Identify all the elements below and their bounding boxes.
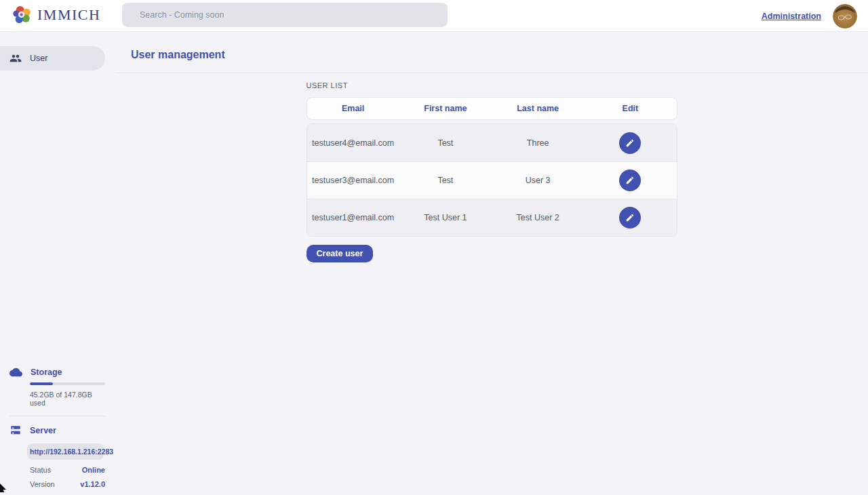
administration-link[interactable]: Administration (762, 12, 821, 21)
brand-wordmark: IMMICH (37, 6, 100, 24)
search-input[interactable] (122, 3, 448, 27)
server-icon (9, 424, 22, 437)
server-url-chip: http://192.168.1.216:2283 (27, 443, 104, 460)
server-version-row: Version v1.12.0 (30, 480, 105, 488)
column-header-first-name: First name (399, 104, 492, 113)
user-avatar-photo[interactable] (833, 4, 857, 28)
server-title: Server (30, 426, 56, 435)
user-table-header: Email First name Last name Edit (307, 97, 677, 120)
cloud-icon (9, 367, 22, 378)
server-status-row: Status Online (30, 466, 105, 474)
content: User Storage 45.2GB of 147.8GB used (0, 32, 868, 495)
storage-progress-fill (30, 382, 53, 385)
top-bar: IMMICH Administration (0, 0, 868, 32)
status-value: Online (82, 466, 105, 474)
title-divider (115, 73, 868, 73)
main-panel: User management USER LIST Email First na… (115, 32, 868, 495)
immich-admin-screen: IMMICH Administration (0, 0, 868, 495)
table-row: testuser4@email.com Test Three (307, 124, 677, 161)
storage-title: Storage (31, 368, 62, 377)
pencil-icon (625, 176, 635, 185)
server-section-head: Server (0, 424, 115, 437)
cell-first-name: Test User 1 (399, 213, 492, 222)
sidebar-item-user[interactable]: User (0, 46, 105, 71)
brand[interactable]: IMMICH (12, 5, 100, 25)
cell-last-name: Test User 2 (492, 213, 584, 222)
user-table-body: testuser4@email.com Test Three (307, 123, 677, 237)
sidebar-item-label: User (30, 54, 47, 63)
sidebar-divider (9, 416, 105, 416)
table-row: testuser3@email.com Test User 3 (307, 161, 677, 199)
cell-first-name: Test (399, 176, 492, 185)
cell-email: testuser3@email.com (307, 176, 399, 185)
storage-section-head: Storage (0, 367, 115, 378)
pencil-icon (625, 213, 635, 222)
users-icon (9, 52, 22, 64)
cell-last-name: User 3 (492, 176, 584, 185)
column-header-edit: Edit (584, 104, 676, 113)
edit-user-button[interactable] (619, 170, 641, 191)
topbar-right: Administration (762, 0, 857, 32)
status-label: Status (30, 466, 51, 474)
table-row: testuser1@email.com Test User 1 Test Use… (307, 199, 677, 236)
mouse-cursor (0, 483, 7, 495)
create-user-button[interactable]: Create user (307, 245, 374, 262)
storage-usage-text: 45.2GB of 147.8GB used (30, 391, 105, 407)
cell-email: testuser4@email.com (307, 138, 399, 148)
edit-user-button[interactable] (619, 132, 641, 154)
cell-email: testuser1@email.com (307, 213, 399, 222)
pencil-icon (625, 138, 635, 148)
page-title: User management (131, 48, 868, 61)
column-header-last-name: Last name (492, 104, 584, 113)
user-list-section: USER LIST Email First name Last name Edi… (307, 81, 677, 262)
version-value: v1.12.0 (80, 480, 105, 488)
column-header-email: Email (307, 104, 399, 113)
edit-user-button[interactable] (619, 207, 641, 229)
user-list-label: USER LIST (307, 81, 677, 90)
immich-flower-icon (12, 5, 33, 25)
storage-progress-bar (30, 382, 105, 385)
cell-last-name: Three (492, 138, 584, 148)
version-label: Version (30, 480, 55, 488)
cell-first-name: Test (399, 138, 492, 148)
sidebar-status-panel: Storage 45.2GB of 147.8GB used Server ht… (0, 367, 115, 488)
sidebar: User Storage 45.2GB of 147.8GB used (0, 32, 115, 495)
